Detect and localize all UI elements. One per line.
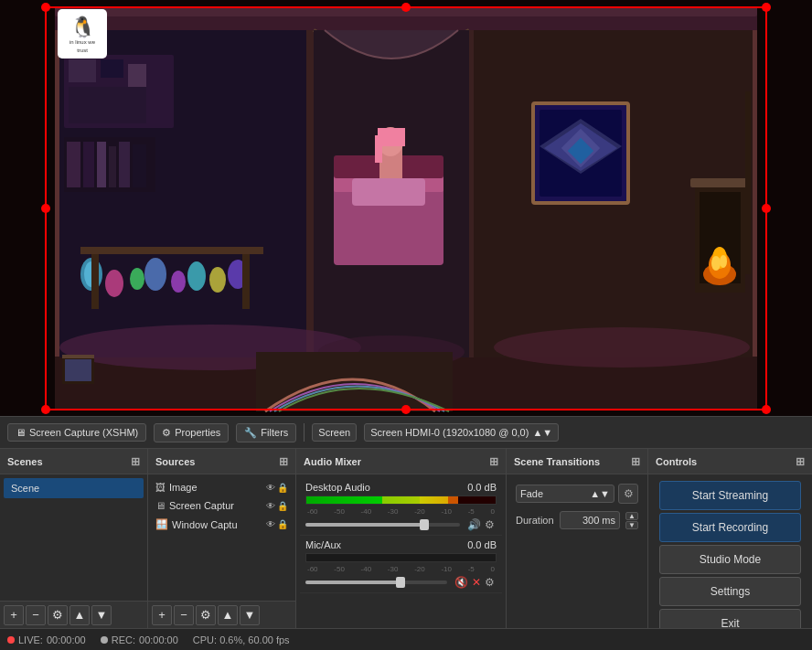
- svg-rect-15: [83, 142, 94, 187]
- svg-rect-43: [469, 30, 474, 357]
- live-status: LIVE: 00:00:00: [7, 634, 86, 645]
- scene-settings-icon: ⚙: [52, 608, 63, 622]
- toolbar-separator: [304, 423, 304, 442]
- start-streaming-button[interactable]: Start Streaming: [659, 481, 801, 510]
- svg-rect-65: [65, 359, 91, 381]
- source-screen-eye-icon[interactable]: 👁: [266, 501, 275, 511]
- filters-icon: 🔧: [244, 427, 257, 439]
- audio-desktop-settings-icon[interactable]: ⚙: [483, 518, 497, 531]
- exit-label: Exit: [721, 617, 739, 628]
- audio-panel-icons: ⊞: [489, 455, 498, 468]
- scene-down-button[interactable]: ▼: [91, 605, 112, 625]
- start-recording-button[interactable]: Start Recording: [659, 513, 801, 542]
- svg-point-76: [41, 204, 50, 213]
- dropdown-arrow-icon: ▲▼: [532, 427, 552, 438]
- screen-select: Screen: [312, 423, 357, 442]
- source-settings-icon: ⚙: [200, 608, 211, 622]
- screen-dropdown[interactable]: Screen HDMI-0 (1920x1080 @ 0,0) ▲▼: [364, 423, 559, 442]
- scenes-panel-icons: ⊞: [131, 455, 140, 468]
- scene-settings-button[interactable]: ⚙: [48, 605, 68, 625]
- svg-point-73: [41, 3, 50, 12]
- sources-panel-body: 🖼 Image 👁 🔒 🖥 Screen Captur 👁 🔒 🪟 W: [148, 474, 295, 601]
- sources-panel-menu-icon[interactable]: ⊞: [279, 455, 288, 468]
- audio-panel-menu-icon[interactable]: ⊞: [489, 455, 498, 468]
- controls-panel-body: Start Streaming Start Recording Studio M…: [648, 474, 812, 628]
- source-screen-actions: 👁 🔒: [266, 501, 288, 511]
- source-down-button[interactable]: ▼: [240, 605, 260, 625]
- scenes-panel: Scenes ⊞ Scene + − ⚙ ▲ ▼: [0, 449, 148, 628]
- duration-up-button[interactable]: ▲: [625, 512, 638, 520]
- source-image-lock-icon[interactable]: 🔒: [277, 483, 288, 493]
- add-scene-icon: +: [10, 608, 17, 622]
- scene-up-button[interactable]: ▲: [69, 605, 90, 625]
- sources-panel: Sources ⊞ 🖼 Image 👁 🔒 🖥 Screen Captur 👁: [148, 449, 296, 628]
- source-screen-label: Screen Captur: [169, 500, 262, 511]
- svg-point-58: [720, 255, 727, 268]
- studio-mode-button[interactable]: Studio Mode: [659, 545, 801, 574]
- scenes-panel-body: Scene: [0, 474, 147, 601]
- source-settings-button[interactable]: ⚙: [196, 605, 216, 625]
- exit-button[interactable]: Exit: [659, 609, 801, 628]
- svg-point-24: [144, 258, 166, 291]
- source-screen-lock-icon[interactable]: 🔒: [277, 501, 288, 511]
- source-down-icon: ▼: [244, 608, 256, 622]
- audio-mic-speaker-icon[interactable]: 🔇: [453, 576, 470, 589]
- preview-area: 🐧 in linux we trust: [0, 0, 812, 416]
- svg-point-57: [711, 256, 721, 271]
- properties-button[interactable]: ⚙ Properties: [154, 423, 229, 442]
- source-item-window[interactable]: 🪟 Window Captu 👁 🔒: [152, 515, 292, 534]
- svg-rect-14: [67, 142, 80, 187]
- svg-rect-18: [119, 142, 130, 187]
- controls-panel-menu-icon[interactable]: ⊞: [796, 455, 805, 468]
- svg-point-74: [401, 3, 411, 12]
- audio-mic-slider[interactable]: [305, 581, 447, 584]
- audio-desktop-header: Desktop Audio 0.0 dB: [305, 482, 497, 493]
- controls-panel-icons: ⊞: [796, 455, 805, 468]
- add-scene-button[interactable]: +: [4, 605, 24, 625]
- controls-panel-header: Controls ⊞: [648, 449, 812, 474]
- settings-label: Settings: [710, 585, 750, 598]
- audio-desktop-name: Desktop Audio: [305, 482, 370, 493]
- transitions-panel-menu-icon[interactable]: ⊞: [631, 455, 640, 468]
- audio-mic-meter: [305, 553, 497, 562]
- duration-input[interactable]: 300 ms: [560, 511, 620, 529]
- add-source-button[interactable]: +: [152, 605, 172, 625]
- remove-source-button[interactable]: −: [174, 605, 194, 625]
- source-window-lock-icon[interactable]: 🔒: [277, 519, 288, 529]
- audio-mic-settings-icon[interactable]: ⚙: [483, 576, 497, 589]
- duration-spinner: ▲ ▼: [625, 512, 638, 529]
- transitions-panel: Scene Transitions ⊞ Fade ▲▼ ⚙ Duration 3…: [507, 449, 648, 628]
- audio-desktop-meter-bar: [306, 496, 496, 504]
- audio-desktop-speaker-icon[interactable]: 🔊: [465, 518, 483, 531]
- scenes-panel-header: Scenes ⊞: [0, 449, 147, 474]
- game-scene: 🐧 in linux we trust: [0, 0, 812, 416]
- source-image-eye-icon[interactable]: 👁: [266, 483, 275, 493]
- remove-source-icon: −: [180, 608, 187, 622]
- start-recording-label: Start Recording: [692, 521, 768, 534]
- source-window-eye-icon[interactable]: 👁: [266, 519, 275, 529]
- source-item-image[interactable]: 🖼 Image 👁 🔒: [152, 478, 292, 496]
- duration-down-button[interactable]: ▼: [625, 521, 638, 529]
- scenes-panel-menu-icon[interactable]: ⊞: [131, 455, 140, 468]
- remove-scene-button[interactable]: −: [26, 605, 46, 625]
- filters-button[interactable]: 🔧 Filters: [236, 423, 296, 442]
- svg-rect-12: [69, 87, 146, 123]
- audio-mic-x-icon[interactable]: ✕: [470, 576, 483, 589]
- settings-button[interactable]: Settings: [659, 577, 801, 606]
- audio-desktop-slider[interactable]: [305, 523, 460, 527]
- svg-rect-9: [69, 59, 96, 82]
- source-up-button[interactable]: ▲: [218, 605, 238, 625]
- transition-dropdown-icon: ▲▼: [590, 488, 610, 499]
- scene-down-icon: ▼: [96, 608, 108, 622]
- transition-select[interactable]: Fade ▲▼: [516, 485, 614, 503]
- screen-capture-label: 🖥 Screen Capture (XSHM): [7, 423, 146, 442]
- transition-gear-button[interactable]: ⚙: [618, 484, 638, 504]
- meter-seg-green: [306, 496, 382, 504]
- transitions-panel-body: Fade ▲▼ ⚙ Duration 300 ms ▲ ▼: [507, 474, 647, 628]
- source-item-screen[interactable]: 🖥 Screen Captur 👁 🔒: [152, 496, 292, 515]
- source-up-icon: ▲: [222, 608, 234, 622]
- meter-seg-yellow-green: [382, 496, 420, 504]
- scene-item-scene[interactable]: Scene: [4, 478, 144, 498]
- meter-seg-yellow: [420, 496, 448, 504]
- source-image-label: Image: [169, 482, 262, 493]
